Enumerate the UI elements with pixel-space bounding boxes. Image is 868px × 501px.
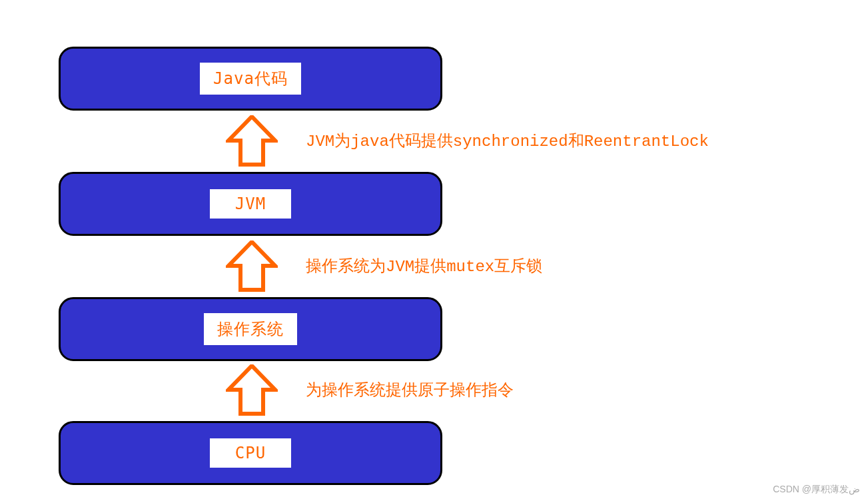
arrow-os-to-jvm	[226, 241, 278, 294]
annotation-jvm: JVM为java代码提供synchronized和ReentrantLock	[306, 130, 709, 151]
layer-os-label: 操作系统	[204, 313, 297, 345]
layer-jvm-label: JVM	[210, 189, 291, 219]
layer-java: Java代码	[59, 47, 442, 111]
arrow-cpu-to-os	[226, 364, 278, 418]
up-arrow-icon	[226, 364, 278, 418]
up-arrow-icon	[226, 115, 278, 169]
layer-java-label: Java代码	[200, 63, 301, 95]
layer-cpu-label: CPU	[210, 438, 291, 468]
up-arrow-icon	[226, 241, 278, 294]
arrow-jvm-to-java	[226, 115, 278, 169]
annotation-cpu: 为操作系统提供原子操作指令	[306, 379, 514, 400]
annotation-os: 操作系统为JVM提供mutex互斥锁	[306, 255, 542, 276]
layer-jvm: JVM	[59, 172, 442, 236]
layer-os: 操作系统	[59, 297, 442, 361]
layer-cpu: CPU	[59, 421, 442, 485]
watermark: CSDN @厚积薄发ض	[773, 484, 860, 496]
